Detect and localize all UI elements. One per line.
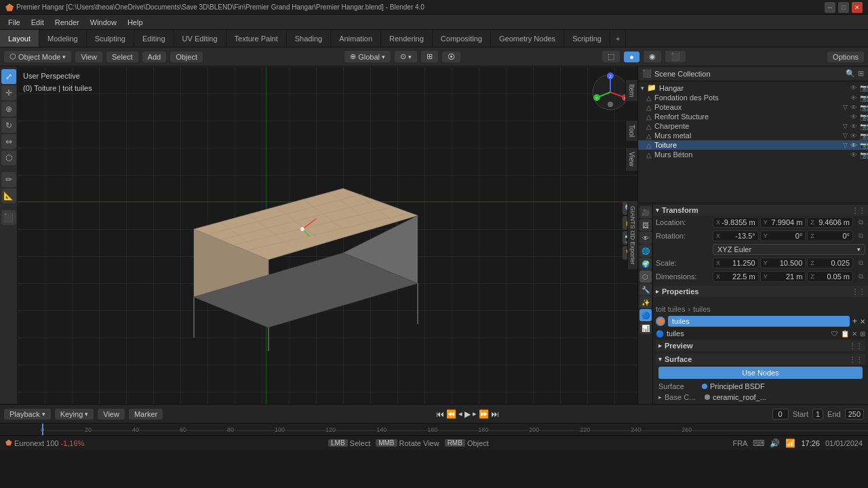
- go-start-button[interactable]: ⏮: [436, 409, 444, 419]
- search-icon[interactable]: 🔍: [846, 69, 855, 78]
- hide-icon-2[interactable]: 👁: [850, 94, 857, 102]
- menu-window[interactable]: Window: [85, 17, 122, 28]
- charpente-hide[interactable]: 👁: [850, 123, 857, 130]
- surface-header[interactable]: ▾ Surface ⋮⋮: [656, 354, 865, 365]
- close-button[interactable]: ✕: [852, 2, 863, 13]
- collection-charpente[interactable]: △ Charpente ▽ 👁 📷: [638, 121, 868, 131]
- menu-render[interactable]: Render: [50, 17, 85, 28]
- props-scene-icon[interactable]: 🌐: [639, 245, 652, 257]
- minimize-button[interactable]: ─: [825, 2, 835, 13]
- prev-keyframe-button[interactable]: ⏪: [446, 409, 456, 419]
- murs-metal-hide[interactable]: 👁: [850, 132, 857, 140]
- toiture-render[interactable]: 📷: [860, 142, 868, 149]
- poteaux-hide[interactable]: 👁: [850, 104, 857, 111]
- filter-icon[interactable]: ⊞: [858, 69, 864, 78]
- location-y-field[interactable]: Y 7.9904 m: [760, 217, 806, 228]
- view-menu-timeline[interactable]: View: [98, 409, 125, 420]
- playback-menu[interactable]: Playback ▾: [4, 409, 51, 420]
- giants-tab[interactable]: GIANTS I3D Exporter: [627, 202, 637, 269]
- props-particles-icon[interactable]: ✨: [639, 296, 652, 308]
- tool-tab[interactable]: Tool: [625, 121, 637, 141]
- step-back-button[interactable]: ◂: [458, 409, 462, 418]
- tab-add[interactable]: +: [610, 30, 626, 47]
- menu-help[interactable]: Help: [122, 17, 149, 28]
- rotation-y-field[interactable]: Y 0°: [760, 230, 806, 241]
- tool-move[interactable]: ⊕: [1, 102, 16, 117]
- view-tab[interactable]: View: [625, 148, 637, 171]
- charpente-render[interactable]: 📷: [860, 123, 868, 130]
- dim-z-field[interactable]: Z 0.05 m: [807, 271, 853, 282]
- rotation-copy-button[interactable]: ⧉: [856, 231, 865, 241]
- tool-add-cube[interactable]: ⬛: [1, 210, 16, 225]
- props-material-icon[interactable]: 🔵: [639, 309, 652, 321]
- props-world-icon[interactable]: 🌍: [639, 258, 652, 270]
- props-output-icon[interactable]: 🖼: [639, 219, 652, 231]
- select-menu[interactable]: Select: [106, 52, 138, 62]
- viewport-gizmo[interactable]: Z X Y: [590, 72, 631, 113]
- material-remove-button[interactable]: ✕: [860, 318, 865, 325]
- item-tab[interactable]: Item: [625, 80, 637, 101]
- go-end-button[interactable]: ⏭: [491, 409, 499, 419]
- murs-beton-hide[interactable]: 👁: [850, 151, 857, 159]
- location-copy-button[interactable]: ⧉: [856, 218, 865, 227]
- material-add-button[interactable]: +: [852, 317, 857, 326]
- tool-cursor[interactable]: ✛: [1, 85, 16, 100]
- location-x-field[interactable]: X -9.8355 m: [713, 217, 759, 228]
- euler-mode-selector[interactable]: XYZ Euler ▾: [713, 244, 865, 255]
- tab-sculpting[interactable]: Sculpting: [87, 30, 134, 47]
- tool-scale[interactable]: ⇔: [1, 134, 16, 149]
- tab-scripting[interactable]: Scripting: [564, 30, 610, 47]
- murs-metal-render[interactable]: 📷: [860, 132, 868, 140]
- timeline-track[interactable]: [41, 430, 868, 436]
- window-controls[interactable]: ─ □ ✕: [825, 2, 863, 13]
- collection-poteaux[interactable]: △ Poteaux ▽ 👁 📷: [638, 102, 868, 112]
- keying-menu[interactable]: Keying ▾: [55, 409, 94, 420]
- maximize-button[interactable]: □: [838, 2, 849, 13]
- use-nodes-button[interactable]: Use Nodes: [658, 367, 863, 379]
- obj-props-options-icon[interactable]: ⋮⋮: [852, 288, 865, 296]
- end-frame-field[interactable]: 250: [845, 409, 864, 420]
- mat-copy-icon[interactable]: 📋: [841, 330, 849, 338]
- mat-filter-icon[interactable]: ⊞: [860, 330, 865, 338]
- rotation-x-field[interactable]: X -13.5°: [713, 230, 759, 241]
- render-icon[interactable]: 📷: [860, 84, 868, 92]
- tab-uv-editing[interactable]: UV Editing: [174, 30, 226, 47]
- current-frame-field[interactable]: 0: [772, 409, 789, 420]
- snap-toggle[interactable]: ⊞: [421, 51, 438, 62]
- tool-select[interactable]: ⤢: [1, 69, 16, 84]
- shading-wireframe[interactable]: ⬚: [602, 51, 620, 62]
- object-properties-header[interactable]: ▸ Properties ⋮⋮: [653, 286, 868, 297]
- tab-texture-paint[interactable]: Texture Paint: [226, 30, 287, 47]
- tab-shading[interactable]: Shading: [287, 30, 331, 47]
- transform-options-icon[interactable]: ⋮⋮: [852, 207, 865, 214]
- tool-transform[interactable]: ⬡: [1, 150, 16, 165]
- transform-header[interactable]: ▾ Transform ⋮⋮: [653, 205, 868, 216]
- scale-z-field[interactable]: Z 0.025: [807, 258, 853, 268]
- tab-editing[interactable]: Editing: [134, 30, 174, 47]
- tool-annotate[interactable]: ✏: [1, 172, 16, 187]
- scale-x-field[interactable]: X 11.250: [713, 258, 759, 268]
- tool-rotate[interactable]: ↻: [1, 118, 16, 133]
- shading-material[interactable]: ◉: [644, 51, 661, 62]
- surface-options-icon[interactable]: ⋮⋮: [849, 356, 863, 363]
- pivot-selector[interactable]: ⊙▾: [395, 51, 417, 62]
- object-menu[interactable]: Object: [170, 52, 203, 62]
- orientation-selector[interactable]: ⊕ Global ▾: [344, 51, 391, 62]
- tab-compositing[interactable]: Compositing: [433, 30, 491, 47]
- viewport[interactable]: User Perspective (0) Toiture | toit tuil…: [18, 66, 637, 404]
- mat-close-icon[interactable]: ✕: [852, 330, 857, 338]
- proportional-toggle[interactable]: ⦿: [442, 52, 460, 62]
- toiture-hide[interactable]: 👁: [850, 142, 857, 149]
- props-render-icon[interactable]: 🎥: [639, 206, 652, 218]
- menu-edit[interactable]: Edit: [26, 17, 50, 28]
- hide-icon[interactable]: 👁: [850, 84, 857, 92]
- props-view-icon[interactable]: 👁: [639, 232, 652, 244]
- preview-options-icon[interactable]: ⋮⋮: [849, 342, 863, 350]
- dim-x-field[interactable]: X 22.5 m: [713, 271, 759, 282]
- tab-layout[interactable]: Layout: [0, 30, 39, 47]
- tab-geometry-nodes[interactable]: Geometry Nodes: [491, 30, 564, 47]
- poteaux-render[interactable]: 📷: [860, 104, 868, 111]
- renfort-hide[interactable]: 👁: [850, 113, 857, 121]
- props-object-icon[interactable]: ⬡: [639, 270, 652, 283]
- dimensions-copy-button[interactable]: ⧉: [856, 272, 865, 281]
